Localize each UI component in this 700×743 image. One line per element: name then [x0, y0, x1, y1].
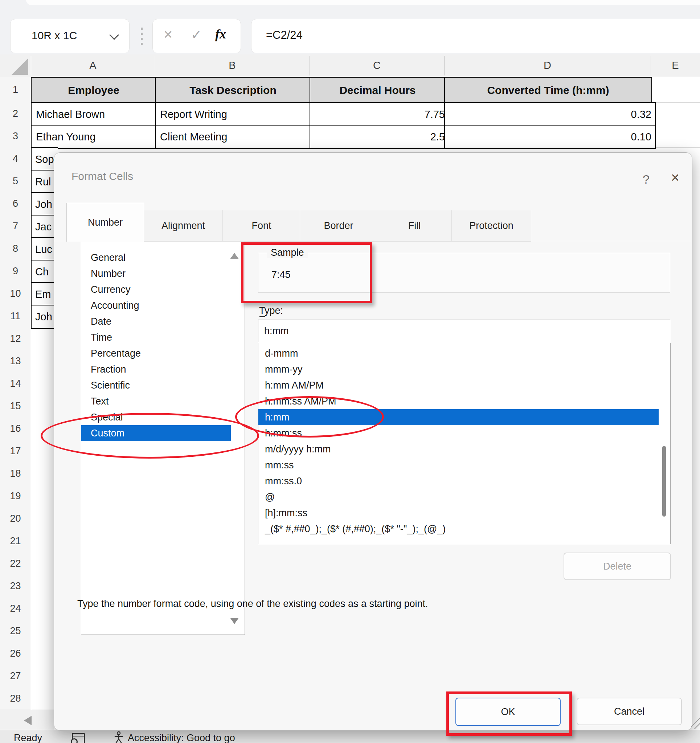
category-fraction[interactable]: Fraction [81, 361, 231, 377]
row-header[interactable]: 6 [0, 192, 31, 215]
row-header[interactable]: 1 [0, 77, 31, 103]
scrollbar-thumb[interactable] [662, 446, 666, 517]
type-option[interactable]: mm:ss.0 [258, 473, 658, 489]
table-cell[interactable]: 0.32 [444, 102, 656, 126]
status-ready: Ready [14, 733, 42, 743]
table-cell[interactable]: Client Meeting [155, 125, 315, 149]
tab-font[interactable]: Font [222, 210, 301, 241]
row-header[interactable]: 28 [0, 687, 31, 710]
tab-border[interactable]: Border [300, 210, 377, 241]
row-header[interactable]: 25 [0, 620, 31, 642]
type-option[interactable]: @ [258, 489, 658, 505]
row-header[interactable]: 14 [0, 372, 31, 395]
tab-number[interactable]: Number [67, 203, 144, 241]
type-input[interactable]: h:mm [258, 320, 670, 342]
scroll-up-icon[interactable] [230, 253, 239, 259]
column-header-c[interactable]: C [310, 55, 444, 76]
table-cell[interactable]: Report Writing [155, 102, 315, 126]
row-header[interactable]: 4 [0, 147, 31, 170]
type-option[interactable]: _($* #,##0_);_($* (#,##0);_($* "-"_);_(@… [258, 521, 658, 537]
row-header[interactable]: 26 [0, 642, 31, 665]
type-option[interactable]: h:mm AM/PM [258, 377, 658, 393]
row-header[interactable]: 16 [0, 417, 31, 440]
dialog-help-text: Type the number format code, using one o… [77, 598, 428, 610]
status-bar: Ready Accessibility: Good to go [0, 730, 700, 743]
category-date[interactable]: Date [81, 314, 231, 329]
row-header[interactable]: 10 [0, 282, 31, 305]
type-option[interactable]: d-mmm [258, 345, 658, 361]
table-header-cell[interactable]: Converted Time (h:mm) [444, 77, 652, 104]
cancel-x-icon[interactable]: × [164, 26, 173, 43]
category-accounting[interactable]: Accounting [81, 297, 231, 314]
category-number[interactable]: Number [81, 266, 231, 281]
scroll-down-icon[interactable] [230, 618, 239, 624]
row-header[interactable]: 23 [0, 575, 31, 598]
formula-input[interactable]: =C2/24 [251, 19, 700, 53]
row-header[interactable]: 12 [0, 327, 31, 350]
table-cell[interactable]: 0.10 [444, 125, 656, 149]
row-header[interactable]: 2 [0, 102, 31, 125]
table-header-cell[interactable]: Decimal Hours [310, 77, 446, 104]
category-general[interactable]: General [81, 250, 231, 266]
category-time[interactable]: Time [81, 329, 231, 345]
accessibility-icon[interactable] [113, 731, 124, 743]
row-header[interactable]: 18 [0, 462, 31, 485]
type-option[interactable]: mmm-yy [258, 361, 658, 377]
row-header[interactable]: 7 [0, 215, 31, 238]
type-option[interactable]: mm:ss [258, 457, 658, 473]
category-text[interactable]: Text [81, 393, 231, 409]
gridline [651, 125, 700, 125]
horizontal-scrollbar[interactable] [0, 710, 54, 730]
row-header[interactable]: 24 [0, 597, 31, 620]
table-cell[interactable]: 7.75 [310, 102, 449, 126]
table-cell[interactable]: Ethan Young [31, 125, 161, 149]
row-header[interactable]: 19 [0, 485, 31, 508]
row-header[interactable]: 22 [0, 552, 31, 575]
select-all-icon[interactable] [12, 58, 28, 75]
column-header-b[interactable]: B [155, 55, 310, 76]
row-header[interactable]: 15 [0, 395, 31, 417]
type-input-value: h:mm [264, 320, 289, 342]
macro-record-icon[interactable] [72, 733, 85, 743]
status-accessibility[interactable]: Accessibility: Good to go [128, 733, 235, 743]
row-header[interactable]: 27 [0, 665, 31, 687]
category-scientific[interactable]: Scientific [81, 377, 231, 393]
tab-alignment[interactable]: Alignment [143, 210, 223, 241]
scroll-left-icon[interactable] [24, 716, 31, 725]
annotation-sample-rect [241, 242, 372, 303]
delete-button[interactable]: Delete [564, 552, 671, 580]
help-icon[interactable]: ? [643, 172, 650, 186]
type-listbox[interactable]: d-mmm mmm-yy h:mm AM/PM h:mm:ss AM/PM h:… [258, 343, 670, 544]
table-header-cell[interactable]: Employee [31, 77, 156, 104]
fx-icon[interactable]: fx [215, 27, 226, 42]
resize-grip[interactable] [694, 723, 700, 729]
row-header[interactable]: 9 [0, 260, 31, 283]
close-icon[interactable]: × [671, 169, 679, 186]
row-header[interactable]: 17 [0, 440, 31, 463]
chevron-down-icon[interactable] [109, 30, 119, 40]
row-header[interactable]: 8 [0, 237, 31, 260]
enter-check-icon[interactable]: ✓ [191, 27, 202, 43]
type-option[interactable]: [h]:mm:ss [258, 505, 658, 521]
column-header-a[interactable]: A [31, 55, 155, 76]
tab-fill[interactable]: Fill [377, 210, 452, 241]
row-header[interactable]: 11 [0, 305, 31, 328]
table-header-cell[interactable]: Task Description [155, 77, 311, 104]
type-option[interactable]: m/d/yyyy h:mm [258, 441, 658, 457]
name-box[interactable]: 10R x 1C [10, 19, 129, 53]
table-cell[interactable]: 2.5 [310, 125, 449, 149]
col-divider [651, 56, 651, 75]
row-header[interactable]: 13 [0, 350, 31, 373]
row-header[interactable]: 3 [0, 125, 31, 148]
category-percentage[interactable]: Percentage [81, 345, 231, 361]
row-header[interactable]: 5 [0, 170, 31, 192]
column-header-e[interactable]: E [651, 55, 700, 76]
table-cell[interactable]: Michael Brown [31, 102, 161, 126]
column-header-d[interactable]: D [444, 55, 651, 76]
formula-buttons-group: × ✓ fx [153, 19, 241, 53]
category-currency[interactable]: Currency [81, 281, 231, 297]
cancel-button[interactable]: Cancel [577, 698, 682, 725]
tab-protection[interactable]: Protection [451, 210, 531, 241]
row-header[interactable]: 21 [0, 530, 31, 552]
row-header[interactable]: 20 [0, 507, 31, 530]
